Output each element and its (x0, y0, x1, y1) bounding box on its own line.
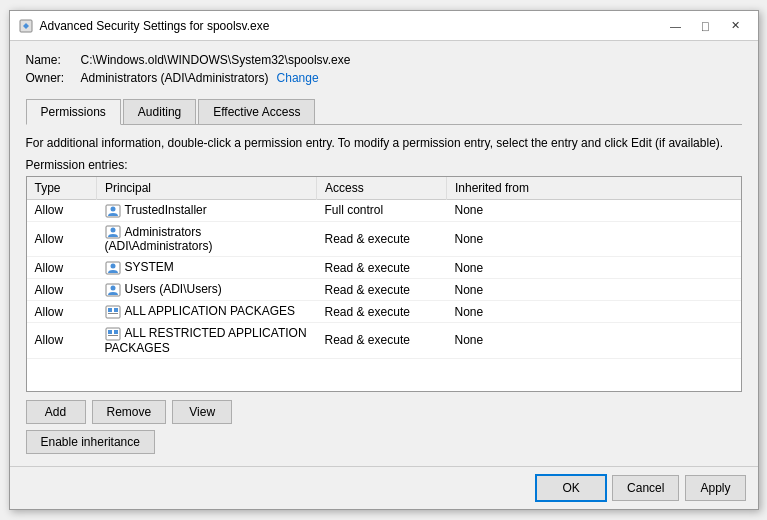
svg-rect-11 (114, 308, 118, 312)
table-row[interactable]: AllowSYSTEMRead & executeNone (27, 257, 741, 279)
owner-value: Administrators (ADI\Administrators) (81, 71, 269, 85)
cell-inherited: None (447, 322, 741, 358)
cell-access: Read & execute (317, 221, 447, 257)
ok-button[interactable]: OK (536, 475, 606, 501)
user-icon (105, 282, 125, 296)
col-header-type: Type (27, 177, 97, 200)
cell-access: Full control (317, 199, 447, 221)
name-value: C:\Windows.old\WINDOWS\System32\spoolsv.… (81, 53, 351, 67)
cancel-button[interactable]: Cancel (612, 475, 679, 501)
window-title: Advanced Security Settings for spoolsv.e… (40, 19, 662, 33)
cell-inherited: None (447, 301, 741, 323)
section-label: Permission entries: (26, 158, 742, 172)
inherit-button-wrapper: Enable inheritance (26, 430, 742, 454)
name-label: Name: (26, 53, 81, 67)
footer: OK Cancel Apply (10, 466, 758, 509)
name-row: Name: C:\Windows.old\WINDOWS\System32\sp… (26, 53, 742, 67)
cell-type: Allow (27, 279, 97, 301)
tab-auditing[interactable]: Auditing (123, 99, 196, 125)
window-controls: — ⎕ ✕ (662, 15, 750, 37)
svg-rect-12 (108, 313, 118, 314)
cell-principal: SYSTEM (97, 257, 317, 279)
cell-type: Allow (27, 221, 97, 257)
cell-access: Read & execute (317, 301, 447, 323)
main-window: Advanced Security Settings for spoolsv.e… (9, 10, 759, 510)
tab-permissions[interactable]: Permissions (26, 99, 121, 125)
package-icon (105, 326, 125, 340)
cell-principal: TrustedInstaller (97, 199, 317, 221)
table-row[interactable]: AllowTrustedInstallerFull controlNone (27, 199, 741, 221)
col-header-access: Access (317, 177, 447, 200)
owner-row: Owner: Administrators (ADI\Administrator… (26, 71, 742, 85)
svg-rect-10 (108, 308, 112, 312)
content-area: Name: C:\Windows.old\WINDOWS\System32\sp… (10, 41, 758, 466)
permissions-table-wrapper: Type Principal Access Inherited from All… (26, 176, 742, 392)
window-icon (18, 18, 34, 34)
table-row[interactable]: AllowAdministrators (ADI\Administrators)… (27, 221, 741, 257)
user-icon (105, 260, 125, 274)
apply-button[interactable]: Apply (685, 475, 745, 501)
svg-rect-16 (108, 335, 118, 336)
cell-principal: Users (ADI\Users) (97, 279, 317, 301)
cell-access: Read & execute (317, 257, 447, 279)
tab-effective-access[interactable]: Effective Access (198, 99, 315, 125)
table-header-row: Type Principal Access Inherited from (27, 177, 741, 200)
svg-rect-15 (114, 330, 118, 334)
cell-inherited: None (447, 221, 741, 257)
user-icon (105, 203, 125, 217)
minimize-button[interactable]: — (662, 15, 690, 37)
tabs-container: Permissions Auditing Effective Access (26, 99, 742, 125)
svg-point-4 (110, 228, 115, 233)
col-header-inherited: Inherited from (447, 177, 741, 200)
owner-label: Owner: (26, 71, 81, 85)
cell-type: Allow (27, 199, 97, 221)
svg-rect-14 (108, 330, 112, 334)
cell-principal: ALL RESTRICTED APPLICATION PACKAGES (97, 322, 317, 358)
cell-type: Allow (27, 322, 97, 358)
titlebar: Advanced Security Settings for spoolsv.e… (10, 11, 758, 41)
user-icon (105, 225, 125, 239)
cell-type: Allow (27, 301, 97, 323)
svg-point-6 (110, 264, 115, 269)
svg-point-2 (110, 206, 115, 211)
view-button[interactable]: View (172, 400, 232, 424)
package-icon (105, 304, 125, 318)
table-row[interactable]: AllowALL APPLICATION PACKAGESRead & exec… (27, 301, 741, 323)
col-header-principal: Principal (97, 177, 317, 200)
change-link[interactable]: Change (277, 71, 319, 85)
cell-principal: ALL APPLICATION PACKAGES (97, 301, 317, 323)
cell-principal: Administrators (ADI\Administrators) (97, 221, 317, 257)
info-text: For additional information, double-click… (26, 135, 742, 152)
svg-point-8 (110, 286, 115, 291)
maximize-button[interactable]: ⎕ (692, 15, 720, 37)
cell-type: Allow (27, 257, 97, 279)
cell-access: Read & execute (317, 322, 447, 358)
table-row[interactable]: AllowALL RESTRICTED APPLICATION PACKAGES… (27, 322, 741, 358)
cell-inherited: None (447, 257, 741, 279)
cell-inherited: None (447, 199, 741, 221)
close-button[interactable]: ✕ (722, 15, 750, 37)
remove-button[interactable]: Remove (92, 400, 167, 424)
enable-inheritance-button[interactable]: Enable inheritance (26, 430, 155, 454)
cell-access: Read & execute (317, 279, 447, 301)
table-row[interactable]: AllowUsers (ADI\Users)Read & executeNone (27, 279, 741, 301)
permissions-table: Type Principal Access Inherited from All… (27, 177, 741, 359)
cell-inherited: None (447, 279, 741, 301)
action-buttons: Add Remove View (26, 400, 742, 424)
add-button[interactable]: Add (26, 400, 86, 424)
